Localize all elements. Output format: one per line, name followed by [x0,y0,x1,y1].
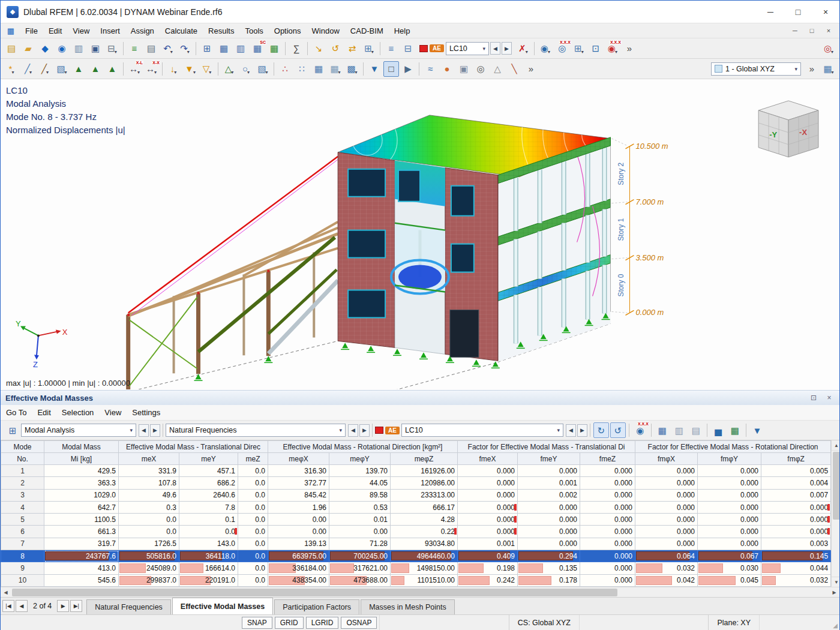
value-cell[interactable]: 4964460.00 [391,550,458,562]
new-line-icon[interactable]: ╱▾ [20,61,36,77]
value-cell[interactable]: 317621.00 [329,562,391,574]
value-cell[interactable]: 0.000 [580,526,635,538]
dropdown-arrow-icon[interactable]: ▾ [29,70,32,76]
value-cell[interactable]: 0.00 [268,514,329,526]
effective-modal-masses-table[interactable]: ModeModal MassEffective Modal Mass - Tra… [1,440,831,587]
value-cell[interactable]: 545.6 [44,574,119,586]
new-node-icon[interactable]: *▾ [4,61,19,77]
table-input-icon[interactable]: ▥ [233,41,248,56]
value-cell[interactable]: 0.064 [635,550,698,562]
column-group-effective-modal-mass-translational-direc[interactable]: Effective Modal Mass - Translational Dir… [119,441,268,453]
value-cell[interactable]: 89.58 [329,489,391,501]
scroll-down-button[interactable]: ▼ [832,577,839,587]
select-objects-icon[interactable]: ↻ [593,422,609,438]
value-cell[interactable]: 0.000 [635,538,698,550]
dropdown-arrow-icon[interactable]: ▾ [247,70,250,76]
cube-right-label[interactable]: -X [799,128,807,137]
menu-window[interactable]: Window [307,23,345,38]
value-cell[interactable]: 0.000 [580,574,635,586]
story-manager-icon[interactable]: ⊟ [400,41,416,56]
value-cell[interactable]: 0.045 [698,574,761,586]
animation-icon[interactable]: ▶ [400,61,416,77]
value-cell[interactable]: 316.30 [268,465,329,477]
value-cell[interactable]: 49.6 [119,489,179,501]
column-group-factor-for-effective-modal-mass-translational-di[interactable]: Factor for Effective Modal Mass - Transl… [458,441,635,453]
generate-members-icon[interactable]: ▲ [71,61,86,77]
printout-report-icon[interactable]: ▥ [71,41,86,56]
value-cell[interactable]: 661.3 [44,526,119,538]
value-cell[interactable]: 0.000 [580,562,635,574]
mode-number-cell[interactable]: 5 [1,514,44,526]
value-cell[interactable]: 0.000 [635,477,698,489]
panel-previous-load-case-button[interactable]: ◀ [566,424,576,437]
value-cell[interactable]: 1101510.00 [391,574,458,586]
panel-result-color-swatch[interactable] [375,427,383,434]
value-cell[interactable]: 0.000 [518,465,580,477]
table-sc-icon[interactable]: ▦SC [250,41,265,56]
new-surface-icon[interactable]: ▧▾ [54,61,70,77]
close-button[interactable]: × [812,1,839,23]
previous-result-button[interactable]: ◀ [348,424,358,437]
horizontal-scrollbar[interactable]: ◀ ▶ [1,587,839,597]
value-cell[interactable]: 0.000 [518,514,580,526]
value-cell[interactable]: 0.000 [761,526,831,538]
column-fm-z[interactable]: fmφZ [761,453,831,465]
value-cell[interactable]: 0.000 [580,489,635,501]
previous-analysis-button[interactable]: ◀ [139,424,149,437]
views-more-icon[interactable]: » [804,61,820,77]
value-cell[interactable]: 0.000 [580,514,635,526]
value-cell[interactable]: 93034.80 [391,538,458,550]
value-cell[interactable]: 0.1 [179,514,238,526]
value-cell[interactable]: 0.53 [329,501,391,513]
column-group-effective-modal-mass-rotational-direction-kgm[interactable]: Effective Modal Mass - Rotational Direct… [268,441,458,453]
column-mez[interactable]: meZ [238,453,268,465]
tab-masses-in-mesh-points[interactable]: Masses in Mesh Points [361,599,455,614]
value-cell[interactable]: 143.0 [179,538,238,550]
value-cell[interactable]: 120986.00 [391,477,458,489]
value-cell[interactable]: 0.00 [329,526,391,538]
value-cell[interactable]: 1100.5 [44,514,119,526]
dropdown-arrow-icon[interactable]: ▾ [137,70,140,76]
value-cell[interactable]: 845.42 [268,489,329,501]
value-cell[interactable]: 0.0 [238,477,268,489]
story-copy-icon[interactable]: ≡ [383,41,399,56]
table-row-mode-9[interactable]: 9413.0245089.0166614.00.0336184.00317621… [1,562,831,574]
value-cell[interactable]: 0.000 [761,501,831,513]
column-mey[interactable]: meY [179,453,238,465]
float-panel-icon[interactable]: ⊡ [808,392,819,403]
value-cell[interactable]: 139.70 [329,465,391,477]
panel-toggle-icon[interactable]: ⊡ [588,41,604,56]
menu-results[interactable]: Results [203,23,239,38]
value-cell[interactable]: 438354.00 [268,574,329,586]
value-cell[interactable]: 44.05 [329,477,391,489]
value-cell[interactable]: 473688.00 [329,574,391,586]
value-cell[interactable]: 0.067 [698,550,761,562]
first-table-button[interactable]: |◀ [2,600,14,612]
mode-number-cell[interactable]: 1 [1,465,44,477]
value-cell[interactable]: 0.409 [458,550,518,562]
value-cell[interactable]: 0.002 [518,489,580,501]
value-cell[interactable]: 0.198 [458,562,518,574]
value-cell[interactable]: 2640.6 [179,489,238,501]
sync-graphic-icon[interactable]: ↺ [610,422,626,438]
value-cell[interactable]: 700245.00 [329,550,391,562]
search-model-icon[interactable]: ◎▾ [821,41,836,56]
rendering-icon[interactable]: ● [439,61,455,77]
table-row-mode-3[interactable]: 31029.049.62640.60.0845.4289.58233313.00… [1,489,831,501]
value-cell[interactable]: 220191.0 [179,574,238,586]
mesh-refinement-icon[interactable]: ▦▾ [328,61,343,77]
value-cell[interactable]: 1726.5 [119,538,179,550]
solid-icon[interactable]: ▧▾ [255,61,271,77]
value-cell[interactable]: 243767.6 [44,550,119,562]
column-fmex[interactable]: fmeX [458,453,518,465]
previous-load-case-button[interactable]: ◀ [490,42,500,55]
view-table-icon[interactable]: ▦▾ [821,61,836,77]
table-row-mode-10[interactable]: 10545.6299837.0220191.00.0438354.0047368… [1,574,831,586]
column-no[interactable]: No. [1,453,44,465]
table-row-mode-5[interactable]: 51100.50.00.10.00.000.014.280.0000.0000.… [1,514,831,526]
value-cell[interactable]: 0.0 [238,501,268,513]
table-display-icon[interactable]: ▦ [655,422,670,438]
value-cell[interactable]: 372.77 [268,477,329,489]
column-mi-kg[interactable]: Mi [kg] [44,453,119,465]
mdi-minimize-button[interactable]: ─ [787,25,803,37]
